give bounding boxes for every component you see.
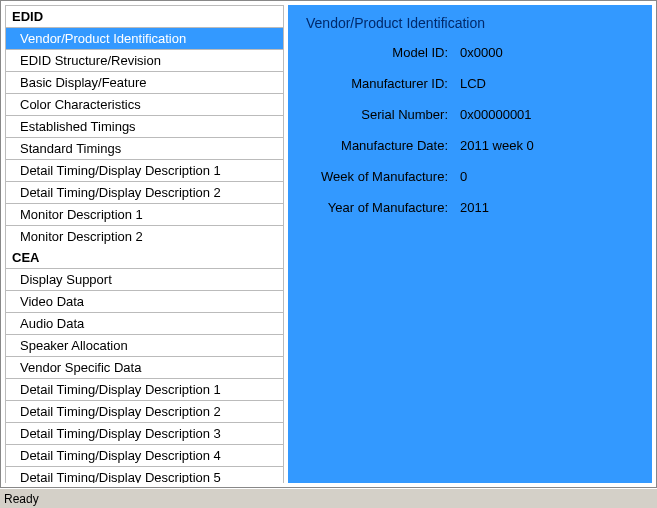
sidebar-item-cea-detail-timing-2[interactable]: Detail Timing/Display Description 2 [5,401,284,423]
sidebar-item-cea-detail-timing-3[interactable]: Detail Timing/Display Description 3 [5,423,284,445]
sidebar-item-edid-detail-timing-1[interactable]: Detail Timing/Display Description 1 [5,160,284,182]
detail-value: 2011 week 0 [460,138,640,153]
sidebar-item-display-support[interactable]: Display Support [5,269,284,291]
detail-label: Manufacture Date: [300,138,460,153]
detail-label: Year of Manufacture: [300,200,460,215]
detail-value: 0x0000 [460,45,640,60]
detail-value: 0 [460,169,640,184]
detail-row-year-of-manufacture: Year of Manufacture: 2011 [300,200,640,215]
sidebar-item-monitor-description-1[interactable]: Monitor Description 1 [5,204,284,226]
section-header-edid: EDID [5,5,284,28]
detail-value: 2011 [460,200,640,215]
status-bar: Ready [0,488,657,508]
detail-row-model-id: Model ID: 0x0000 [300,45,640,60]
sidebar: EDID Vendor/Product Identification EDID … [5,5,284,483]
detail-label: Week of Manufacture: [300,169,460,184]
detail-label: Model ID: [300,45,460,60]
sidebar-item-edid-structure-revision[interactable]: EDID Structure/Revision [5,50,284,72]
detail-label: Manufacturer ID: [300,76,460,91]
sidebar-item-vendor-specific-data[interactable]: Vendor Specific Data [5,357,284,379]
sidebar-item-vendor-product-identification[interactable]: Vendor/Product Identification [5,28,284,50]
detail-row-manufacturer-id: Manufacturer ID: LCD [300,76,640,91]
detail-row-serial-number: Serial Number: 0x00000001 [300,107,640,122]
sidebar-item-established-timings[interactable]: Established Timings [5,116,284,138]
detail-row-week-of-manufacture: Week of Manufacture: 0 [300,169,640,184]
main-container: EDID Vendor/Product Identification EDID … [0,0,657,488]
detail-row-manufacture-date: Manufacture Date: 2011 week 0 [300,138,640,153]
sidebar-item-monitor-description-2[interactable]: Monitor Description 2 [5,226,284,248]
sidebar-item-edid-detail-timing-2[interactable]: Detail Timing/Display Description 2 [5,182,284,204]
sidebar-item-video-data[interactable]: Video Data [5,291,284,313]
sidebar-item-audio-data[interactable]: Audio Data [5,313,284,335]
section-header-cea: CEA [5,247,284,269]
detail-title: Vendor/Product Identification [300,15,640,31]
sidebar-item-basic-display-feature[interactable]: Basic Display/Feature [5,72,284,94]
sidebar-item-cea-detail-timing-5[interactable]: Detail Timing/Display Description 5 [5,467,284,483]
sidebar-item-speaker-allocation[interactable]: Speaker Allocation [5,335,284,357]
sidebar-item-standard-timings[interactable]: Standard Timings [5,138,284,160]
detail-panel: Vendor/Product Identification Model ID: … [288,5,652,483]
sidebar-item-cea-detail-timing-4[interactable]: Detail Timing/Display Description 4 [5,445,284,467]
detail-label: Serial Number: [300,107,460,122]
detail-value: 0x00000001 [460,107,640,122]
sidebar-item-cea-detail-timing-1[interactable]: Detail Timing/Display Description 1 [5,379,284,401]
detail-value: LCD [460,76,640,91]
sidebar-item-color-characteristics[interactable]: Color Characteristics [5,94,284,116]
